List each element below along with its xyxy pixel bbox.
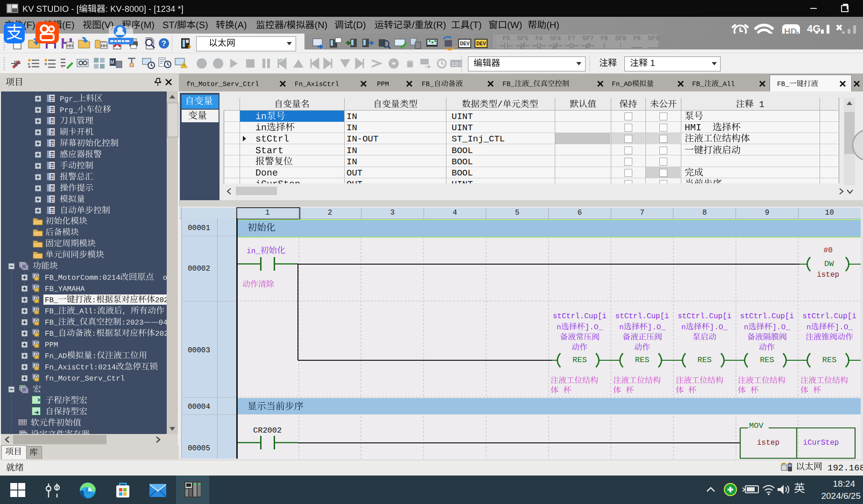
svg-text:M: M xyxy=(110,60,114,65)
svg-text:4G: 4G xyxy=(807,23,821,35)
svg-text:?: ? xyxy=(162,40,166,48)
svg-text:HH: HH xyxy=(67,43,73,48)
svg-text:DEV: DEV xyxy=(476,41,486,46)
svg-text:HH: HH xyxy=(101,43,107,48)
svg-text:DEV: DEV xyxy=(460,41,470,46)
svg-text:12:0: 12:0 xyxy=(452,62,464,67)
